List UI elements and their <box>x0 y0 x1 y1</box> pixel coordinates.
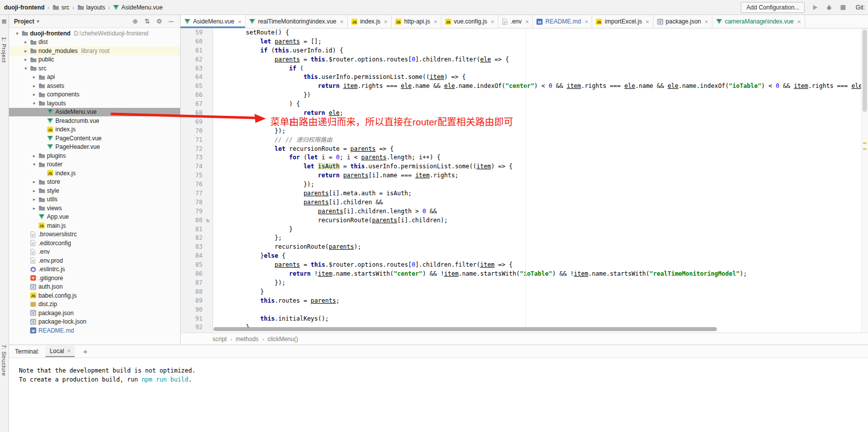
settings-icon[interactable]: ⚙ <box>153 17 165 25</box>
locate-file-icon[interactable]: ⊕ <box>129 17 141 25</box>
tab-close-icon[interactable]: × <box>490 18 494 25</box>
line-number[interactable]: 66 <box>181 91 203 100</box>
tree-row[interactable]: ▸components <box>9 90 180 99</box>
line-number[interactable]: 60 <box>181 37 203 46</box>
line-number[interactable]: 73 <box>181 153 203 162</box>
code-line[interactable]: 87 }); <box>181 279 868 288</box>
tree-expand-arrow-icon[interactable]: ▾ <box>13 31 21 36</box>
tree-row[interactable]: JSmain.js <box>9 221 180 230</box>
tab-close-icon[interactable]: × <box>704 18 708 25</box>
editor-tab[interactable]: realTimeMonitoring\index.vue× <box>245 15 348 28</box>
editor-tab[interactable]: .env× <box>498 15 533 28</box>
line-number[interactable]: 88 <box>181 288 203 297</box>
tree-expand-arrow-icon[interactable]: ▸ <box>30 153 38 158</box>
tree-row[interactable]: dist.zip <box>9 300 180 309</box>
breadcrumb-item[interactable]: src <box>52 4 69 11</box>
project-stripe-button[interactable]: 1: Project <box>1 37 7 62</box>
code-line[interactable]: 76 }); <box>181 180 868 189</box>
tree-row[interactable]: {}package-lock.json <box>9 318 180 327</box>
error-stripe-mark[interactable] <box>863 148 867 150</box>
editor-breadcrumb-item[interactable]: methods <box>235 336 258 343</box>
editor-tab[interactable]: AsideMenu.vue× <box>181 15 245 28</box>
line-number[interactable]: 83 <box>181 243 203 252</box>
code-line[interactable]: 74 let isAuth = this.userInfo.permission… <box>181 162 868 171</box>
code-line[interactable]: 59 setRoute() { <box>181 28 868 37</box>
tree-expand-arrow-icon[interactable]: ▸ <box>30 83 38 88</box>
tree-expand-arrow-icon[interactable]: ▸ <box>30 92 38 97</box>
code-line[interactable]: 64 this.userInfo.permissionList.some((it… <box>181 73 868 82</box>
tab-close-icon[interactable]: × <box>434 18 437 25</box>
tree-row[interactable]: ▸public <box>9 55 180 64</box>
line-number[interactable]: 82 <box>181 234 203 243</box>
line-number[interactable]: 90 <box>181 306 203 315</box>
tree-row[interactable]: {}auth.json <box>9 283 180 292</box>
tree-row[interactable]: ▸assets <box>9 81 180 90</box>
code-line[interactable]: 70 }); <box>181 127 868 136</box>
code-line[interactable]: 75 return parents[i].name === item.right… <box>181 171 868 180</box>
tree-row[interactable]: PageHeader.vue <box>9 143 180 152</box>
line-number[interactable]: 65 <box>181 82 203 91</box>
line-number[interactable]: 80 <box>181 216 203 225</box>
line-number[interactable]: 59 <box>181 28 203 37</box>
code-line[interactable]: 71 // // 递归权限路由 <box>181 136 868 145</box>
tree-row[interactable]: JSindex.js <box>9 125 180 134</box>
line-number[interactable]: 62 <box>181 55 203 64</box>
code-line[interactable]: 63 if ( <box>181 64 868 73</box>
code-line[interactable]: 67 ) { <box>181 100 868 109</box>
breadcrumb-item[interactable]: AsideMenu.vue <box>113 4 163 11</box>
tree-row[interactable]: ▾layouts <box>9 99 180 108</box>
error-stripe-mark[interactable] <box>863 142 867 144</box>
tree-row[interactable]: .gitignore <box>9 274 180 283</box>
horizontal-scrollbar-thumb[interactable] <box>214 327 717 331</box>
tree-row[interactable]: App.vue <box>9 213 180 222</box>
tree-row[interactable]: ▸node_moduleslibrary root <box>9 46 180 55</box>
line-number[interactable]: 75 <box>181 171 203 180</box>
tab-close-icon[interactable]: × <box>238 18 242 25</box>
tree-expand-arrow-icon[interactable]: ▸ <box>21 48 30 53</box>
code-line[interactable]: 80↻ recursionRoute(parents[i].children); <box>181 216 868 225</box>
collapse-all-icon[interactable]: ⇅ <box>141 17 153 25</box>
editor-tab[interactable]: JSindex.js× <box>348 15 392 28</box>
code-line[interactable]: 79 parents[i].children.length > 0 && <box>181 207 868 216</box>
tree-row[interactable]: JSindex.js <box>9 169 180 178</box>
code-line[interactable]: 86 return !item.name.startsWith("center"… <box>181 270 868 279</box>
line-number[interactable]: 70 <box>181 127 203 136</box>
code-area[interactable]: 59 setRoute() {60 let parents = [];61 if… <box>181 28 868 332</box>
line-number[interactable]: 76 <box>181 180 203 189</box>
tree-row[interactable]: .env.prod <box>9 256 180 265</box>
tree-row[interactable]: .editorconfig <box>9 239 180 248</box>
vertical-scrollbar-thumb[interactable] <box>863 29 867 112</box>
terminal-tab-local[interactable]: Local × <box>45 346 75 357</box>
tree-expand-arrow-icon[interactable]: ▸ <box>30 188 38 193</box>
tree-expand-arrow-icon[interactable]: ▸ <box>21 39 30 44</box>
project-panel-title[interactable]: Project <box>14 18 34 25</box>
line-number[interactable]: 84 <box>181 252 203 261</box>
code-line[interactable]: 72 let recursionRoute = parents => { <box>181 145 868 154</box>
line-number[interactable]: 61 <box>181 46 203 55</box>
code-line[interactable]: 90 <box>181 306 868 315</box>
tree-expand-arrow-icon[interactable]: ▾ <box>30 162 38 167</box>
code-line[interactable]: 83 recursionRoute(parents); <box>181 243 868 252</box>
tab-close-icon[interactable]: × <box>585 18 589 25</box>
structure-stripe-button[interactable]: 7: Structure <box>1 345 7 376</box>
tree-expand-arrow-icon[interactable]: ▸ <box>30 179 38 184</box>
tree-row[interactable]: ▸dist <box>9 38 180 47</box>
hide-panel-icon[interactable]: ─ <box>165 17 177 25</box>
breadcrumb-item[interactable]: layouts <box>77 4 105 11</box>
tab-close-icon[interactable]: × <box>797 18 801 25</box>
code-line[interactable]: 77 parents[i].meta.auth = isAuth; <box>181 189 868 198</box>
tree-row[interactable]: ▸views <box>9 204 180 213</box>
code-line[interactable]: 61 if (this.userInfo.id) { <box>181 46 868 55</box>
code-line[interactable]: 88 } <box>181 288 868 297</box>
stop-icon[interactable] <box>839 3 848 12</box>
tree-expand-arrow-icon[interactable]: ▸ <box>30 74 38 79</box>
code-line[interactable]: 89 this.routes = parents; <box>181 297 868 306</box>
tree-row[interactable]: Breadcrumb.vue <box>9 116 180 125</box>
editor-tab[interactable]: MREADME.md× <box>533 15 592 28</box>
line-number[interactable]: 71 <box>181 136 203 145</box>
tree-expand-arrow-icon[interactable]: ▾ <box>30 101 38 106</box>
line-number[interactable]: 64 <box>181 73 203 82</box>
code-line[interactable]: 81 } <box>181 225 868 234</box>
tree-expand-arrow-icon[interactable]: ▸ <box>30 206 38 211</box>
editor-breadcrumb-item[interactable]: script <box>213 336 227 343</box>
